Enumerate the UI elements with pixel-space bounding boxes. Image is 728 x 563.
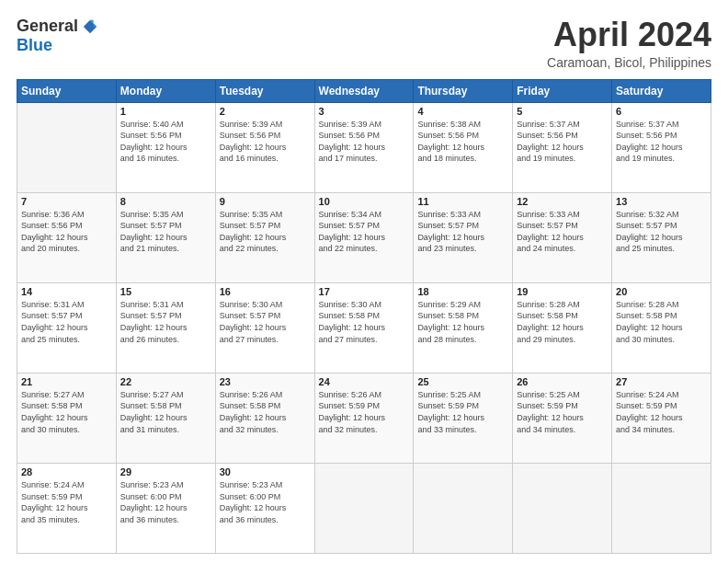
day-number: 12 — [517, 196, 608, 207]
calendar-cell: 20Sunrise: 5:28 AM Sunset: 5:58 PM Dayli… — [612, 282, 711, 373]
calendar-cell — [17, 102, 117, 192]
day-info: Sunrise: 5:28 AM Sunset: 5:58 PM Dayligh… — [616, 299, 707, 345]
calendar-day-header: Saturday — [612, 79, 711, 102]
calendar-cell: 23Sunrise: 5:26 AM Sunset: 5:58 PM Dayli… — [215, 373, 314, 463]
day-info: Sunrise: 5:39 AM Sunset: 5:56 PM Dayligh… — [319, 119, 410, 165]
day-number: 7 — [21, 196, 112, 207]
calendar-cell: 25Sunrise: 5:25 AM Sunset: 5:59 PM Dayli… — [414, 373, 513, 463]
day-number: 8 — [120, 196, 211, 207]
day-number: 22 — [120, 376, 211, 387]
day-number: 29 — [120, 466, 211, 477]
day-number: 2 — [220, 106, 311, 117]
calendar-cell — [513, 463, 612, 553]
day-number: 11 — [417, 196, 508, 207]
day-info: Sunrise: 5:37 AM Sunset: 5:56 PM Dayligh… — [616, 119, 707, 165]
calendar-cell: 28Sunrise: 5:24 AM Sunset: 5:59 PM Dayli… — [17, 463, 117, 553]
day-number: 1 — [120, 106, 211, 117]
day-info: Sunrise: 5:30 AM Sunset: 5:58 PM Dayligh… — [319, 299, 410, 345]
day-info: Sunrise: 5:29 AM Sunset: 5:58 PM Dayligh… — [417, 299, 508, 345]
calendar-cell: 7Sunrise: 5:36 AM Sunset: 5:56 PM Daylig… — [17, 192, 117, 282]
day-info: Sunrise: 5:27 AM Sunset: 5:58 PM Dayligh… — [120, 389, 211, 435]
calendar-cell: 15Sunrise: 5:31 AM Sunset: 5:57 PM Dayli… — [116, 282, 215, 373]
day-info: Sunrise: 5:40 AM Sunset: 5:56 PM Dayligh… — [120, 119, 211, 165]
day-info: Sunrise: 5:23 AM Sunset: 6:00 PM Dayligh… — [220, 479, 311, 525]
day-number: 21 — [21, 376, 112, 387]
calendar-week-row: 1Sunrise: 5:40 AM Sunset: 5:56 PM Daylig… — [17, 102, 711, 192]
calendar-cell: 30Sunrise: 5:23 AM Sunset: 6:00 PM Dayli… — [215, 463, 314, 553]
logo: General Blue — [17, 17, 98, 55]
day-number: 25 — [417, 376, 508, 387]
calendar-table: SundayMondayTuesdayWednesdayThursdayFrid… — [17, 79, 711, 554]
calendar-cell: 5Sunrise: 5:37 AM Sunset: 5:56 PM Daylig… — [513, 102, 612, 192]
calendar-day-header: Friday — [513, 79, 612, 102]
calendar-cell: 17Sunrise: 5:30 AM Sunset: 5:58 PM Dayli… — [314, 282, 414, 373]
day-info: Sunrise: 5:27 AM Sunset: 5:58 PM Dayligh… — [21, 389, 112, 435]
day-number: 26 — [517, 376, 608, 387]
day-info: Sunrise: 5:32 AM Sunset: 5:57 PM Dayligh… — [616, 209, 707, 255]
calendar-cell: 21Sunrise: 5:27 AM Sunset: 5:58 PM Dayli… — [17, 373, 117, 463]
calendar-cell: 24Sunrise: 5:26 AM Sunset: 5:59 PM Dayli… — [314, 373, 414, 463]
calendar-cell: 18Sunrise: 5:29 AM Sunset: 5:58 PM Dayli… — [414, 282, 513, 373]
day-number: 16 — [220, 286, 311, 297]
calendar-cell — [414, 463, 513, 553]
day-info: Sunrise: 5:30 AM Sunset: 5:57 PM Dayligh… — [220, 299, 311, 345]
day-number: 27 — [616, 376, 707, 387]
day-info: Sunrise: 5:35 AM Sunset: 5:57 PM Dayligh… — [120, 209, 211, 255]
day-number: 19 — [517, 286, 608, 297]
calendar-cell: 22Sunrise: 5:27 AM Sunset: 5:58 PM Dayli… — [116, 373, 215, 463]
calendar-cell: 10Sunrise: 5:34 AM Sunset: 5:57 PM Dayli… — [314, 192, 414, 282]
title-block: April 2024 Caramoan, Bicol, Philippines — [547, 17, 711, 70]
day-info: Sunrise: 5:26 AM Sunset: 5:59 PM Dayligh… — [319, 389, 410, 435]
calendar-cell: 16Sunrise: 5:30 AM Sunset: 5:57 PM Dayli… — [215, 282, 314, 373]
day-info: Sunrise: 5:24 AM Sunset: 5:59 PM Dayligh… — [616, 389, 707, 435]
day-number: 13 — [616, 196, 707, 207]
calendar-cell: 3Sunrise: 5:39 AM Sunset: 5:56 PM Daylig… — [314, 102, 414, 192]
day-info: Sunrise: 5:24 AM Sunset: 5:59 PM Dayligh… — [21, 479, 112, 525]
calendar-day-header: Monday — [116, 79, 215, 102]
calendar-week-row: 21Sunrise: 5:27 AM Sunset: 5:58 PM Dayli… — [17, 373, 711, 463]
day-info: Sunrise: 5:34 AM Sunset: 5:57 PM Dayligh… — [319, 209, 410, 255]
calendar-cell: 12Sunrise: 5:33 AM Sunset: 5:57 PM Dayli… — [513, 192, 612, 282]
day-number: 5 — [517, 106, 608, 117]
day-info: Sunrise: 5:26 AM Sunset: 5:58 PM Dayligh… — [220, 389, 311, 435]
day-number: 18 — [417, 286, 508, 297]
calendar-day-header: Wednesday — [314, 79, 414, 102]
day-info: Sunrise: 5:35 AM Sunset: 5:57 PM Dayligh… — [220, 209, 311, 255]
calendar-cell: 13Sunrise: 5:32 AM Sunset: 5:57 PM Dayli… — [612, 192, 711, 282]
header: General Blue April 2024 Caramoan, Bicol,… — [17, 17, 711, 70]
day-number: 30 — [220, 466, 311, 477]
calendar-cell — [612, 463, 711, 553]
day-info: Sunrise: 5:36 AM Sunset: 5:56 PM Dayligh… — [21, 209, 112, 255]
day-number: 20 — [616, 286, 707, 297]
day-number: 9 — [220, 196, 311, 207]
day-number: 23 — [220, 376, 311, 387]
calendar-cell: 19Sunrise: 5:28 AM Sunset: 5:58 PM Dayli… — [513, 282, 612, 373]
calendar-cell: 14Sunrise: 5:31 AM Sunset: 5:57 PM Dayli… — [17, 282, 117, 373]
day-info: Sunrise: 5:23 AM Sunset: 6:00 PM Dayligh… — [120, 479, 211, 525]
day-info: Sunrise: 5:38 AM Sunset: 5:56 PM Dayligh… — [417, 119, 508, 165]
day-number: 6 — [616, 106, 707, 117]
day-number: 14 — [21, 286, 112, 297]
calendar-cell: 8Sunrise: 5:35 AM Sunset: 5:57 PM Daylig… — [116, 192, 215, 282]
calendar-cell: 1Sunrise: 5:40 AM Sunset: 5:56 PM Daylig… — [116, 102, 215, 192]
day-number: 4 — [417, 106, 508, 117]
day-info: Sunrise: 5:28 AM Sunset: 5:58 PM Dayligh… — [517, 299, 608, 345]
day-info: Sunrise: 5:33 AM Sunset: 5:57 PM Dayligh… — [517, 209, 608, 255]
calendar-week-row: 7Sunrise: 5:36 AM Sunset: 5:56 PM Daylig… — [17, 192, 711, 282]
day-number: 24 — [319, 376, 410, 387]
logo-icon — [82, 18, 98, 35]
day-info: Sunrise: 5:39 AM Sunset: 5:56 PM Dayligh… — [220, 119, 311, 165]
day-number: 17 — [319, 286, 410, 297]
month-title: April 2024 — [547, 17, 711, 53]
calendar-week-row: 14Sunrise: 5:31 AM Sunset: 5:57 PM Dayli… — [17, 282, 711, 373]
day-info: Sunrise: 5:25 AM Sunset: 5:59 PM Dayligh… — [417, 389, 508, 435]
calendar-cell — [314, 463, 414, 553]
day-info: Sunrise: 5:25 AM Sunset: 5:59 PM Dayligh… — [517, 389, 608, 435]
day-info: Sunrise: 5:31 AM Sunset: 5:57 PM Dayligh… — [120, 299, 211, 345]
calendar-cell: 6Sunrise: 5:37 AM Sunset: 5:56 PM Daylig… — [612, 102, 711, 192]
logo-general-text: General — [17, 17, 78, 36]
calendar-week-row: 28Sunrise: 5:24 AM Sunset: 5:59 PM Dayli… — [17, 463, 711, 553]
page: General Blue April 2024 Caramoan, Bicol,… — [0, 0, 728, 563]
day-number: 15 — [120, 286, 211, 297]
calendar-cell: 26Sunrise: 5:25 AM Sunset: 5:59 PM Dayli… — [513, 373, 612, 463]
